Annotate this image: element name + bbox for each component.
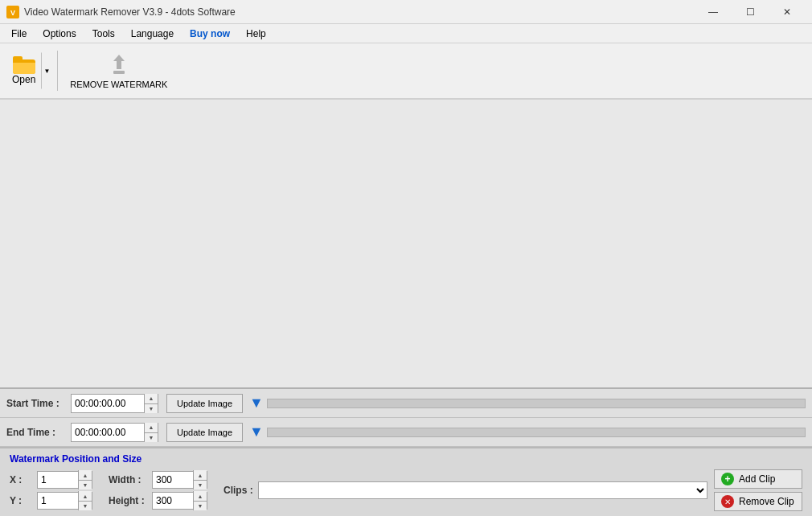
video-area <box>0 100 812 387</box>
x-down[interactable]: ▼ <box>79 480 92 489</box>
remove-clip-icon: ✕ <box>721 495 734 508</box>
close-button[interactable]: ✕ <box>769 0 806 24</box>
end-time-row: End Time : ▲ ▼ Update Image ▼ <box>0 418 812 447</box>
minimize-button[interactable]: — <box>695 0 732 24</box>
svg-rect-3 <box>113 71 125 74</box>
end-update-image-button[interactable]: Update Image <box>166 423 243 442</box>
bottom-panel: Watermark Position and Size X : ▲ ▼ Y : <box>0 447 812 516</box>
open-dropdown-arrow[interactable]: ▼ <box>41 52 52 89</box>
clips-select[interactable] <box>258 481 707 499</box>
clips-label: Clips : <box>224 485 253 496</box>
end-time-label: End Time : <box>6 427 71 438</box>
height-down[interactable]: ▼ <box>194 501 207 510</box>
open-button-group: Open ▼ <box>6 52 52 89</box>
bottom-controls: X : ▲ ▼ Y : ▲ ▼ <box>10 469 802 511</box>
start-timeline-marker: ▼ <box>249 395 264 412</box>
open-label: Open <box>12 74 35 85</box>
menu-tools[interactable]: Tools <box>84 27 123 41</box>
size-group: Width : ▲ ▼ Height : ▲ ▼ <box>109 471 207 510</box>
start-time-down[interactable]: ▼ <box>145 403 158 413</box>
height-up[interactable]: ▲ <box>194 491 207 501</box>
svg-text:V: V <box>10 9 15 17</box>
start-time-up[interactable]: ▲ <box>145 394 158 403</box>
maximize-button[interactable]: ☐ <box>732 0 769 24</box>
height-input-group: ▲ ▼ <box>152 492 207 510</box>
remove-watermark-label: REMOVE WATERMARK <box>70 80 167 89</box>
x-coord-row: X : ▲ ▼ <box>10 471 92 489</box>
menu-file[interactable]: File <box>3 27 35 41</box>
y-spinner: ▲ ▼ <box>78 491 92 510</box>
y-down[interactable]: ▼ <box>79 501 92 510</box>
xy-coord-group: X : ▲ ▼ Y : ▲ ▼ <box>10 471 92 510</box>
window-controls: — ☐ ✕ <box>695 0 806 24</box>
remove-watermark-button[interactable]: REMOVE WATERMARK <box>63 48 174 93</box>
main-content <box>0 100 812 387</box>
title-bar: V Video Watermark Remover V3.9 - 4dots S… <box>0 0 812 24</box>
width-input[interactable] <box>153 472 193 488</box>
open-button[interactable]: Open <box>6 52 41 89</box>
add-remove-group: + Add Clip ✕ Remove Clip <box>714 469 802 511</box>
start-time-input[interactable] <box>72 395 144 412</box>
x-label: X : <box>10 474 34 485</box>
end-time-up[interactable]: ▲ <box>145 423 158 432</box>
start-update-image-button[interactable]: Update Image <box>166 394 243 413</box>
app-icon: V <box>6 6 19 18</box>
menu-help[interactable]: Help <box>238 27 274 41</box>
x-input-group: ▲ ▼ <box>37 471 92 489</box>
clips-group: Clips : <box>224 481 707 499</box>
remove-clip-button[interactable]: ✕ Remove Clip <box>714 492 802 511</box>
y-label: Y : <box>10 495 34 506</box>
dropdown-chevron-icon: ▼ <box>43 68 50 75</box>
start-timeline-track[interactable] <box>267 399 806 408</box>
add-clip-button[interactable]: + Add Clip <box>714 469 802 489</box>
x-spinner: ▲ ▼ <box>78 470 92 489</box>
start-time-spinner: ▲ ▼ <box>144 394 158 413</box>
window-title: Video Watermark Remover V3.9 - 4dots Sof… <box>24 6 695 18</box>
svg-marker-2 <box>113 55 125 69</box>
height-label: Height : <box>109 495 149 506</box>
start-time-label: Start Time : <box>6 398 71 409</box>
width-up[interactable]: ▲ <box>194 470 207 480</box>
width-down[interactable]: ▼ <box>194 480 207 489</box>
height-row: Height : ▲ ▼ <box>109 492 207 510</box>
width-spinner: ▲ ▼ <box>193 470 207 489</box>
open-icon <box>13 56 35 74</box>
y-input[interactable] <box>38 493 78 509</box>
add-clip-icon: + <box>721 473 734 485</box>
toolbar-separator <box>57 51 58 91</box>
start-time-input-group: ▲ ▼ <box>71 394 158 413</box>
x-input[interactable] <box>38 472 78 488</box>
end-time-input[interactable] <box>72 424 144 441</box>
height-input[interactable] <box>153 493 193 509</box>
y-up[interactable]: ▲ <box>79 491 92 501</box>
menu-buynow[interactable]: Buy now <box>182 27 238 41</box>
toolbar: Open ▼ REMOVE WATERMARK <box>0 43 812 100</box>
end-time-spinner: ▲ ▼ <box>144 423 158 442</box>
watermark-position-title: Watermark Position and Size <box>10 453 802 465</box>
y-coord-row: Y : ▲ ▼ <box>10 492 92 510</box>
end-timeline-marker: ▼ <box>249 424 264 440</box>
remove-clip-label: Remove Clip <box>739 496 794 507</box>
menu-bar: File Options Tools Language Buy now Help <box>0 24 812 43</box>
width-row: Width : ▲ ▼ <box>109 471 207 489</box>
width-input-group: ▲ ▼ <box>152 471 207 489</box>
width-label: Width : <box>109 474 149 485</box>
height-spinner: ▲ ▼ <box>193 491 207 510</box>
add-clip-label: Add Clip <box>739 473 775 485</box>
end-time-down[interactable]: ▼ <box>145 432 158 442</box>
x-up[interactable]: ▲ <box>79 470 92 480</box>
remove-watermark-icon <box>106 52 132 78</box>
menu-options[interactable]: Options <box>35 27 84 41</box>
end-time-input-group: ▲ ▼ <box>71 423 158 442</box>
menu-language[interactable]: Language <box>123 27 182 41</box>
start-time-row: Start Time : ▲ ▼ Update Image ▼ <box>0 389 812 418</box>
timeline-area: Start Time : ▲ ▼ Update Image ▼ End Time… <box>0 387 812 447</box>
y-input-group: ▲ ▼ <box>37 492 92 510</box>
end-timeline-track[interactable] <box>267 428 806 437</box>
